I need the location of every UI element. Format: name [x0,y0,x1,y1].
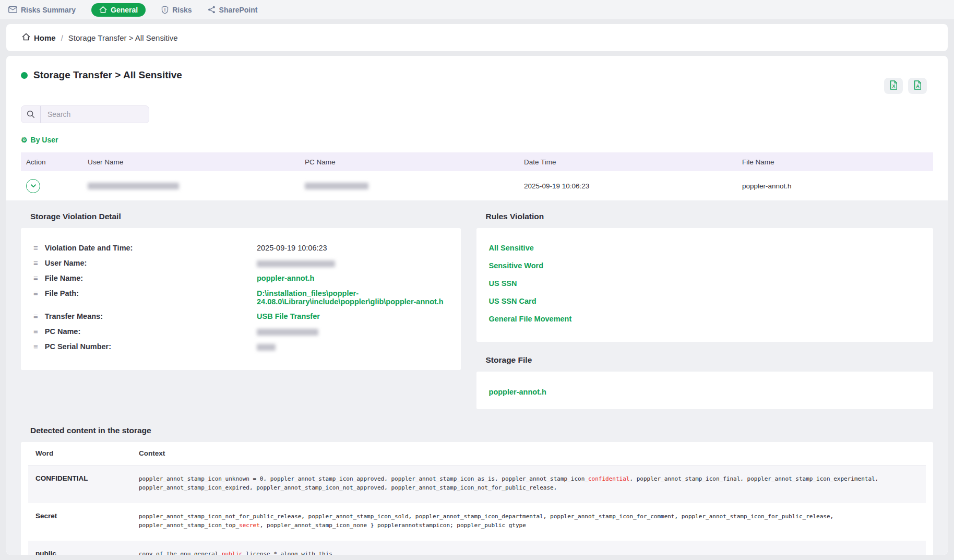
column-header-word: Word [28,442,132,465]
chevron-down-icon [30,182,37,190]
column-header-date-time: Date Time [519,152,737,171]
violations-table-header: Action User Name PC Name Date Time File … [21,152,933,171]
nav-item-sharepoint[interactable]: SharePoint [208,6,258,14]
storage-file-link[interactable]: poppler-annot.h [489,388,546,396]
rules-violation-panel: All SensitiveSensitive WordUS SSNUS SSN … [476,228,933,342]
breadcrumb-separator: / [61,33,63,42]
detected-context: poppler_annot_stamp_icon_not_for_public_… [132,503,926,541]
main-content-card: Storage Transfer > All Sensitive X A [6,56,948,555]
home-icon [99,6,107,14]
nav-item-label: Risks Summary [21,6,76,14]
list-lines-icon: ≡ [33,244,38,253]
expanded-detail-section: Storage Violation Detail ≡Violation Date… [6,200,948,555]
detail-value-text: 2025-09-19 10:06:23 [257,244,327,252]
rule-violation-link[interactable]: US SSN Card [489,297,921,305]
detail-label: Transfer Means: [45,312,103,320]
redacted-value [257,329,318,336]
nav-item-general[interactable]: General [91,3,146,17]
gear-icon: ⚙ [21,136,28,144]
violation-row[interactable]: 2025-09-19 10:06:23 poppler-annot.h [21,171,933,200]
detail-row: ≡PC Name: [33,327,448,336]
pdf-file-icon: A [913,80,922,91]
svg-text:!: ! [164,7,166,13]
detail-value-text[interactable]: D:\installation_files\poppler- 24.08.0\L… [257,289,444,306]
rule-violation-link[interactable]: All Sensitive [489,244,921,252]
detected-context: poppler_annot_stamp_icon_unknown = 0, po… [132,465,926,503]
detected-content-panel: Word Context CONFIDENTIALpoppler_annot_s… [21,442,933,555]
detail-row: ≡File Path:D:\installation_files\poppler… [33,289,448,306]
nav-item-risks[interactable]: ! Risks [161,6,192,14]
export-excel-button[interactable]: X [884,78,903,94]
nav-item-label: Risks [172,6,192,14]
export-pdf-button[interactable]: A [908,78,927,94]
envelope-icon [8,6,17,13]
column-header-context: Context [132,442,926,465]
rule-violation-link[interactable]: General File Movement [489,315,921,323]
storage-file-panel: poppler-annot.h [476,372,933,409]
detected-context: copy of the gnu general public license *… [132,541,926,555]
redacted-user-name [88,183,179,189]
by-user-link[interactable]: ⚙ By User [21,136,58,144]
redacted-value [257,260,335,267]
breadcrumb-home-link[interactable]: Home [22,33,56,42]
nav-item-label: SharePoint [219,6,258,14]
detail-row: ≡Violation Date and Time:2025-09-19 10:0… [33,244,448,253]
list-lines-icon: ≡ [33,342,38,351]
column-header-pc-name: PC Name [300,152,519,171]
nav-item-risks-summary[interactable]: Risks Summary [8,6,76,14]
status-dot-icon [21,72,28,79]
detected-word: public [28,541,132,555]
detected-word: Secret [28,503,132,541]
detected-row: Secretpoppler_annot_stamp_icon_not_for_p… [28,503,926,541]
column-header-action: Action [21,152,82,171]
violation-file-name: poppler-annot.h [737,171,933,200]
detail-label: Violation Date and Time: [45,244,133,252]
detail-row: ≡File Name:poppler-annot.h [33,274,448,283]
breadcrumb: Home / Storage Transfer > All Sensitive [6,24,948,51]
search-icon [21,106,41,123]
top-navigation-bar: Risks Summary General ! Risks SharePoint [0,0,954,19]
list-lines-icon: ≡ [33,274,38,283]
detail-row: ≡Transfer Means:USB File Transfer [33,312,448,321]
detail-rows: ≡Violation Date and Time:2025-09-19 10:0… [33,244,448,351]
export-buttons: X A [884,78,927,94]
breadcrumb-home-label: Home [34,33,56,42]
rules-violation-title: Rules Violation [486,212,933,221]
svg-text:A: A [916,84,920,89]
column-header-file-name: File Name [737,152,933,171]
detail-row: ≡User Name: [33,259,448,268]
nav-item-label: General [111,6,138,14]
violations-table: Action User Name PC Name Date Time File … [21,152,933,200]
redacted-value [257,344,276,351]
detected-row: publiccopy of the gnu general public lic… [28,541,926,555]
share-icon [208,6,216,14]
detail-value-text[interactable]: USB File Transfer [257,312,320,320]
shield-exclamation-icon: ! [161,6,169,14]
detail-label: File Name: [45,274,83,282]
detail-label: User Name: [45,259,87,267]
search-input[interactable] [41,110,149,118]
home-icon [22,33,30,42]
search-box [21,105,149,123]
detected-table-header: Word Context [28,442,926,465]
breadcrumb-current: Storage Transfer > All Sensitive [68,33,178,42]
column-header-user-name: User Name [82,152,300,171]
detected-row: CONFIDENTIALpoppler_annot_stamp_icon_unk… [28,465,926,503]
rule-violation-link[interactable]: Sensitive Word [489,261,921,270]
storage-violation-detail-title: Storage Violation Detail [30,212,461,221]
detail-label: PC Name: [45,327,81,336]
row-expand-button[interactable] [26,179,40,193]
list-lines-icon: ≡ [33,312,38,321]
detail-value-text[interactable]: poppler-annot.h [257,274,314,282]
rule-violation-link[interactable]: US SSN [489,279,921,288]
detected-content-title: Detected content in the storage [30,426,933,435]
page-title: Storage Transfer > All Sensitive [21,69,182,81]
violation-date-time: 2025-09-19 10:06:23 [519,171,737,200]
detail-label: PC Serial Number: [45,342,111,351]
svg-text:X: X [892,84,895,89]
storage-violation-detail-panel: ≡Violation Date and Time:2025-09-19 10:0… [21,228,461,370]
rules-list: All SensitiveSensitive WordUS SSNUS SSN … [489,244,921,323]
redacted-pc-name [305,183,368,189]
storage-file-title: Storage File [486,355,933,365]
list-lines-icon: ≡ [33,259,38,268]
